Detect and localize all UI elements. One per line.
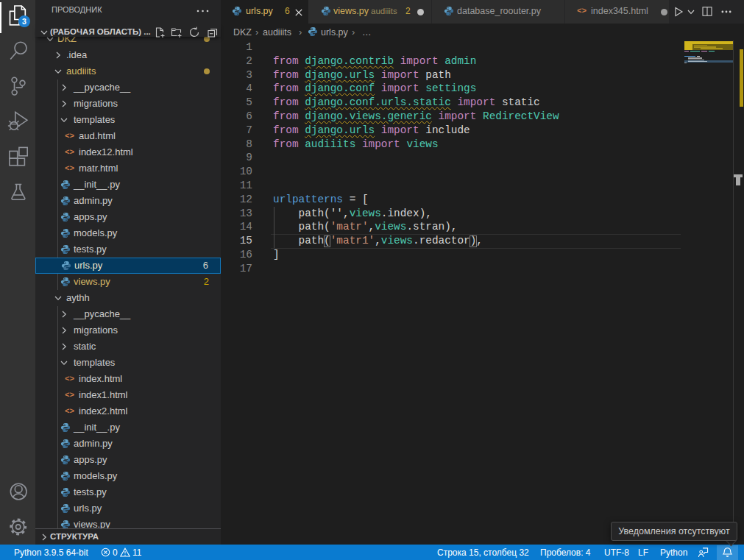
svg-text:3: 3 (22, 17, 26, 26)
